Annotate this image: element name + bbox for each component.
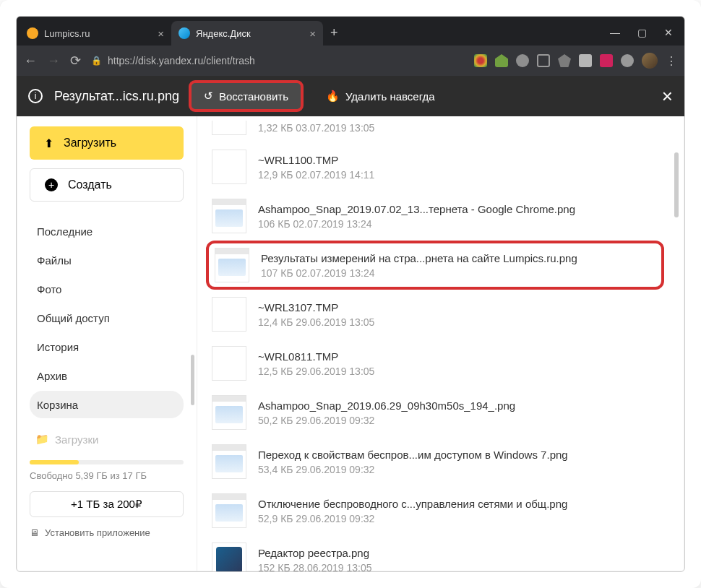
tab-yandex-disk[interactable]: Яндекс.Диск × [171, 21, 323, 46]
ext-icon[interactable] [558, 54, 571, 67]
sidebar-item-label: История [37, 341, 79, 353]
file-meta: 152 КБ 28.06.2019 13:05 [258, 562, 371, 572]
sidebar-item-trash[interactable]: Корзина [30, 391, 184, 418]
upload-button[interactable]: ⬆ Загрузить [30, 126, 184, 160]
sidebar-item-shared[interactable]: Общий доступ [30, 304, 184, 332]
registry-icon [216, 547, 242, 571]
file-row[interactable]: Переход к свойствам беспров...им доступо… [206, 437, 664, 486]
file-info: Отключение беспроводного с...управления … [258, 498, 567, 524]
file-list: 1,32 КБ 03.07.2019 13:05~WRL1100.TMP12,9… [197, 116, 684, 571]
file-row[interactable]: Отключение беспроводного с...управления … [206, 486, 664, 535]
flame-icon: 🔥 [326, 90, 340, 103]
delete-label: Удалить навсегда [345, 90, 435, 103]
file-thumbnail [212, 395, 246, 430]
sidebar-item-files[interactable]: Файлы [30, 246, 184, 274]
file-thumbnail [212, 121, 246, 135]
file-meta: 12,4 КБ 29.06.2019 13:05 [258, 316, 374, 328]
file-name: ~WRL0811.TMP [258, 350, 374, 363]
tab-lumpics[interactable]: Lumpics.ru × [20, 21, 171, 46]
sidebar-item-label: Корзина [37, 399, 78, 411]
file-row[interactable]: 1,32 КБ 03.07.2019 13:05 [206, 121, 664, 142]
file-name: Результаты измерений на стра...рнета на … [261, 252, 577, 264]
file-row[interactable]: ~WRL1100.TMP12,9 КБ 02.07.2019 14:11 [206, 142, 664, 191]
sidebar-item-label: Файлы [37, 254, 72, 267]
sidebar-item-history[interactable]: История [30, 333, 184, 360]
file-name: Ashampoo_Snap_2019.06.29_09h30m50s_194_.… [258, 399, 515, 412]
file-row[interactable]: ~WRL0811.TMP12,5 КБ 29.06.2019 13:05 [206, 339, 664, 388]
sidebar-nav: Последние Файлы Фото Общий доступ Истори… [30, 217, 184, 418]
sidebar-item-photo[interactable]: Фото [30, 275, 184, 303]
ext-icon[interactable] [579, 54, 592, 67]
extension-icons: ⋮ [474, 53, 677, 69]
file-info: ~WRL3107.TMP12,4 КБ 29.06.2019 13:05 [258, 301, 374, 328]
file-row[interactable]: Редактор реестра.png152 КБ 28.06.2019 13… [206, 535, 664, 571]
folder-label: Загрузки [55, 433, 98, 446]
close-action-bar[interactable]: × [662, 85, 673, 108]
scrollbar[interactable] [191, 355, 194, 405]
favicon-icon [179, 27, 190, 39]
file-info: ~WRL0811.TMP12,5 КБ 29.06.2019 13:05 [258, 350, 374, 377]
minimize-button[interactable]: — [610, 27, 620, 38]
file-name: Переход к свойствам беспров...им доступо… [258, 449, 568, 461]
file-row[interactable]: Ashampoo_Snap_2019.07.02_13...тернета - … [206, 191, 664, 241]
file-name: Отключение беспроводного с...управления … [258, 498, 567, 510]
install-label: Установить приложение [45, 527, 150, 538]
file-info: Ashampoo_Snap_2019.06.29_09h30m50s_194_.… [258, 399, 515, 426]
ext-icon[interactable] [495, 54, 508, 67]
file-info: Редактор реестра.png152 КБ 28.06.2019 13… [258, 547, 371, 572]
ext-icon[interactable] [621, 54, 634, 67]
maximize-button[interactable]: ▢ [637, 27, 647, 38]
ext-icon[interactable] [516, 54, 529, 67]
file-meta: 50,2 КБ 29.06.2019 09:32 [258, 415, 515, 426]
monitor-icon: 🖥 [30, 527, 39, 538]
create-button[interactable]: + Создать [30, 168, 184, 202]
forward-button[interactable]: → [47, 53, 60, 69]
file-thumbnail [212, 150, 246, 184]
close-icon[interactable]: × [158, 27, 164, 40]
file-meta: 12,5 КБ 29.06.2019 13:05 [258, 366, 374, 377]
delete-forever-button[interactable]: 🔥 Удалить навсегда [313, 82, 448, 110]
sidebar-item-label: Архив [37, 370, 67, 382]
reload-button[interactable]: ⟳ [70, 53, 81, 69]
info-icon[interactable]: i [28, 89, 43, 103]
file-row[interactable]: ~WRL3107.TMP12,4 КБ 29.06.2019 13:05 [206, 290, 664, 339]
storage-bar [30, 460, 184, 464]
sidebar: ⬆ Загрузить + Создать Последние Файлы Фо… [17, 116, 197, 571]
ext-icon[interactable] [600, 54, 613, 67]
scrollbar[interactable] [674, 152, 679, 217]
ext-icon[interactable] [474, 54, 487, 67]
tab-bar: Lumpics.ru × Яндекс.Диск × + — ▢ ✕ [17, 17, 684, 46]
upsell-label: +1 ТБ за 200₽ [71, 498, 142, 511]
new-tab-button[interactable]: + [330, 25, 338, 40]
file-meta: 12,9 КБ 02.07.2019 14:11 [258, 169, 374, 181]
file-info: Переход к свойствам беспров...им доступо… [258, 449, 568, 475]
url-input[interactable]: 🔒 https://disk.yandex.ru/client/trash [91, 55, 464, 66]
file-row[interactable]: Результаты измерений на стра...рнета на … [206, 241, 664, 290]
sidebar-item-recent[interactable]: Последние [30, 217, 184, 245]
sidebar-item-label: Фото [37, 283, 61, 295]
file-thumbnail [212, 297, 246, 332]
file-row[interactable]: Ashampoo_Snap_2019.06.29_09h30m50s_194_.… [206, 388, 664, 437]
file-info: ~WRL1100.TMP12,9 КБ 02.07.2019 14:11 [258, 154, 374, 181]
file-thumbnail [215, 248, 249, 282]
tab-title: Lumpics.ru [44, 28, 90, 39]
file-info: 1,32 КБ 03.07.2019 13:05 [258, 122, 374, 134]
tab-title: Яндекс.Диск [196, 28, 251, 39]
profile-avatar[interactable] [642, 53, 658, 69]
browser-menu-button[interactable]: ⋮ [666, 54, 677, 68]
file-thumbnail [212, 444, 246, 479]
selected-file-title: Результат...ics.ru.png [54, 89, 179, 104]
back-button[interactable]: ← [24, 53, 37, 69]
restore-button[interactable]: ↺ Восстановить [191, 82, 301, 110]
close-window-button[interactable]: ✕ [664, 27, 673, 38]
window-controls: — ▢ ✕ [610, 27, 673, 38]
sidebar-item-archive[interactable]: Архив [30, 362, 184, 389]
install-app-link[interactable]: 🖥 Установить приложение [30, 527, 184, 538]
file-meta: 52,9 КБ 29.06.2019 09:32 [258, 513, 567, 524]
storage-upsell-button[interactable]: +1 ТБ за 200₽ [30, 491, 184, 517]
close-icon[interactable]: × [309, 27, 316, 40]
sidebar-folder-downloads[interactable]: 📁 Загрузки [30, 433, 184, 446]
file-meta: 107 КБ 02.07.2019 13:24 [261, 267, 577, 279]
ext-icon[interactable] [537, 54, 550, 67]
file-name: Ashampoo_Snap_2019.07.02_13...тернета - … [258, 203, 575, 215]
